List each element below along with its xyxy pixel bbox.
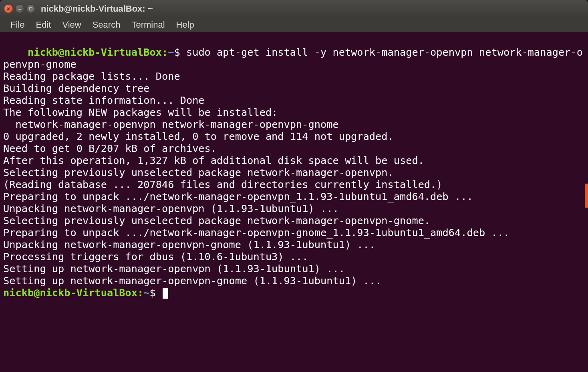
minimize-button[interactable] [15, 4, 24, 13]
prompt-dollar: $ [150, 287, 156, 299]
menu-help[interactable]: Help [171, 18, 200, 32]
svg-rect-0 [30, 8, 32, 10]
prompt-path: ~ [168, 46, 174, 58]
menu-file[interactable]: File [5, 18, 30, 32]
minimize-icon [18, 7, 22, 11]
output-line: Unpacking network-manager-openvpn-gnome … [3, 239, 375, 251]
command-empty [156, 287, 162, 299]
menu-edit[interactable]: Edit [30, 18, 56, 32]
output-line: Setting up network-manager-openvpn-gnome… [3, 275, 381, 287]
output-line: Preparing to unpack .../network-manager-… [3, 191, 473, 202]
command-text [180, 46, 186, 58]
output-line: (Reading database ... 207846 files and d… [3, 179, 443, 190]
output-line: Selecting previously unselected package … [3, 215, 430, 226]
output-line: 0 upgraded, 2 newly installed, 0 to remo… [3, 131, 394, 142]
prompt-path: ~ [143, 287, 149, 299]
window-title: nickb@nickb-VirtualBox: ~ [41, 4, 153, 14]
output-line: network-manager-openvpn network-manager-… [3, 119, 339, 130]
output-line: Selecting previously unselected package … [3, 167, 394, 178]
close-icon [6, 7, 10, 11]
close-button[interactable] [4, 4, 13, 13]
output-line: Preparing to unpack .../network-manager-… [3, 227, 509, 239]
output-line: After this operation, 1,327 kB of additi… [3, 155, 424, 166]
output-line: Reading package lists... Done [3, 71, 180, 82]
prompt-colon: : [162, 46, 168, 58]
output-line: Need to get 0 B/207 kB of archives. [3, 143, 217, 154]
menubar: File Edit View Search Terminal Help [0, 18, 588, 32]
prompt-user-host: nickb@nickb-VirtualBox [28, 46, 162, 58]
menu-search[interactable]: Search [87, 18, 126, 32]
maximize-button[interactable] [26, 4, 35, 13]
output-line: Processing triggers for dbus (1.10.6-1ub… [3, 251, 308, 263]
menu-view[interactable]: View [56, 18, 87, 32]
scrollbar-thumb[interactable] [585, 184, 588, 208]
output-line: The following NEW packages will be insta… [3, 107, 278, 118]
output-line: Reading state information... Done [3, 95, 205, 106]
titlebar[interactable]: nickb@nickb-VirtualBox: ~ [0, 0, 588, 18]
output-line: Setting up network-manager-openvpn (1.1.… [3, 263, 345, 275]
window-controls [4, 4, 35, 13]
prompt-dollar: $ [174, 46, 180, 58]
menu-terminal[interactable]: Terminal [126, 18, 170, 32]
prompt-user-host: nickb@nickb-VirtualBox [3, 287, 137, 299]
output-line: Unpacking network-manager-openvpn (1.1.9… [3, 203, 339, 214]
prompt-colon: : [137, 287, 143, 299]
output-line: Building dependency tree [3, 83, 192, 94]
terminal-body[interactable]: nickb@nickb-VirtualBox:~$ sudo apt-get i… [0, 32, 588, 372]
terminal-window: nickb@nickb-VirtualBox: ~ File Edit View… [0, 0, 588, 372]
maximize-icon [29, 7, 33, 11]
cursor [163, 288, 168, 299]
